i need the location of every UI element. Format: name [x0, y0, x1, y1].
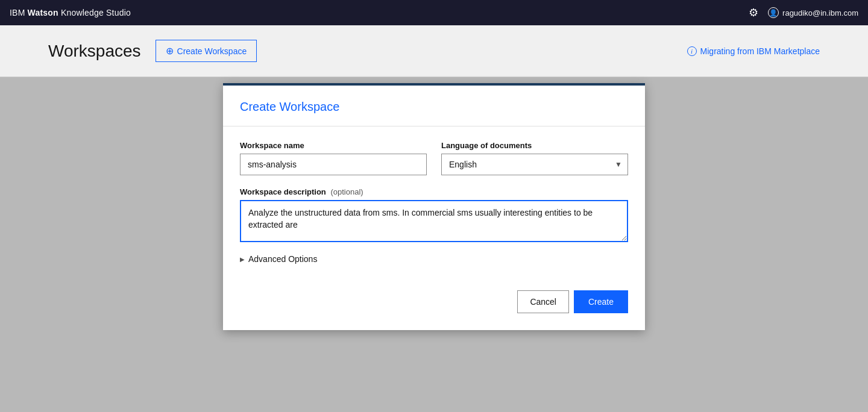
page-header-left: Workspaces ⊕ Create Workspace: [48, 40, 257, 62]
advanced-options-label: Advanced Options: [248, 254, 317, 264]
navbar-right: ⚙ 👤 ragudiko@in.ibm.com: [749, 6, 858, 19]
language-select-wrapper: English French German Spanish Italian Ja…: [441, 154, 628, 175]
info-icon: i: [687, 46, 697, 56]
workspace-name-input[interactable]: [240, 154, 427, 175]
modal-wrapper: Create Workspace Workspace name Language…: [0, 77, 868, 412]
description-label: Workspace description (optional): [240, 187, 628, 196]
create-workspace-button[interactable]: ⊕ Create Workspace: [156, 40, 257, 62]
chevron-right-icon: ▶: [240, 256, 245, 263]
navbar-user[interactable]: 👤 ragudiko@in.ibm.com: [768, 7, 858, 18]
modal-header: Create Workspace: [223, 86, 645, 126]
form-row-name-language: Workspace name Language of documents Eng…: [240, 141, 628, 175]
workspace-name-label: Workspace name: [240, 141, 427, 150]
workspace-name-group: Workspace name: [240, 141, 427, 175]
create-workspace-label: Create Workspace: [177, 46, 247, 56]
migrate-link[interactable]: i Migrating from IBM Marketplace: [687, 46, 820, 56]
brand: IBM Watson Knowledge Studio: [10, 8, 131, 17]
create-button[interactable]: Create: [574, 290, 628, 313]
description-textarea[interactable]: Analyze the unstructured data from sms. …: [240, 200, 628, 242]
modal-footer: Cancel Create: [223, 278, 645, 330]
description-group: Workspace description (optional) Analyze…: [240, 187, 628, 245]
create-workspace-modal: Create Workspace Workspace name Language…: [223, 83, 645, 330]
content-area: Create Workspace Workspace name Language…: [0, 77, 868, 412]
description-optional: (optional): [330, 187, 363, 196]
brand-watson: Watson: [28, 8, 58, 17]
page-title: Workspaces: [48, 42, 141, 61]
plus-icon: ⊕: [166, 45, 174, 57]
brand-ibm: IBM: [10, 8, 25, 17]
settings-icon[interactable]: ⚙: [749, 6, 758, 19]
brand-product: Knowledge Studio: [61, 8, 131, 17]
cancel-button[interactable]: Cancel: [517, 290, 569, 313]
user-avatar-icon: 👤: [768, 7, 779, 18]
language-group: Language of documents English French Ger…: [441, 141, 628, 175]
page-header: Workspaces ⊕ Create Workspace i Migratin…: [0, 25, 868, 77]
user-email: ragudiko@in.ibm.com: [782, 8, 858, 17]
advanced-options-toggle[interactable]: ▶ Advanced Options: [240, 254, 628, 264]
language-label: Language of documents: [441, 141, 628, 150]
language-select[interactable]: English French German Spanish Italian Ja…: [441, 154, 628, 175]
navbar: IBM Watson Knowledge Studio ⚙ 👤 ragudiko…: [0, 0, 868, 25]
modal-title: Create Workspace: [240, 100, 628, 114]
migrate-label: Migrating from IBM Marketplace: [700, 46, 820, 56]
modal-body: Workspace name Language of documents Eng…: [223, 126, 645, 278]
